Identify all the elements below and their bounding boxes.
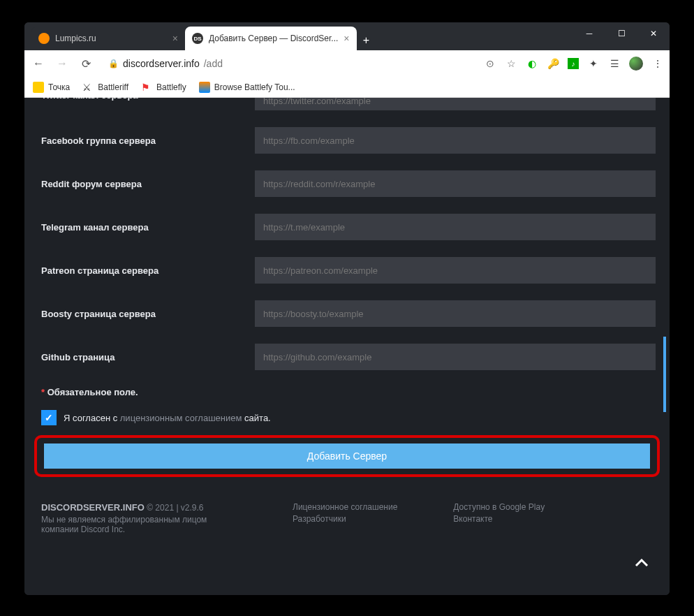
- browser-window: Lumpics.ru × DS Добавить Сервер — Discor…: [24, 22, 670, 595]
- facebook-input[interactable]: [255, 127, 656, 154]
- twitter-input[interactable]: [255, 98, 656, 110]
- form-row-twitter: Twitter канал сервера: [38, 98, 656, 110]
- footer: DISCORDSERVER.INFO © 2021 | v2.9.6 Мы не…: [38, 502, 656, 534]
- github-input[interactable]: [255, 344, 656, 370]
- menu-icon[interactable]: ⋮: [651, 57, 664, 70]
- minimize-button[interactable]: ─: [573, 22, 605, 45]
- bookmark-item[interactable]: Точка: [33, 82, 70, 93]
- close-window-button[interactable]: ✕: [637, 22, 670, 45]
- footer-link[interactable]: Доступно в Google Play: [453, 502, 545, 512]
- bookmark-label: Точка: [48, 82, 70, 92]
- new-tab-button[interactable]: +: [357, 31, 376, 50]
- field-label: Github страница: [38, 352, 255, 362]
- chevron-up-icon: [635, 559, 649, 567]
- favicon-icon: DS: [192, 33, 203, 44]
- form-row-boosty: Boosty страница сервера: [38, 300, 656, 327]
- forward-button[interactable]: →: [54, 55, 71, 72]
- required-note: * Обязательное поле.: [41, 387, 656, 397]
- footer-disclaimer: Мы не являемся аффилированным лицом комп…: [41, 515, 237, 534]
- form-row-github: Github страница: [38, 344, 656, 370]
- telegram-input[interactable]: [255, 214, 656, 240]
- reddit-input[interactable]: [255, 170, 656, 197]
- close-icon[interactable]: ×: [172, 33, 178, 44]
- submit-highlight: Добавить Сервер: [34, 435, 660, 477]
- bookmark-icon: ⚑: [141, 82, 152, 93]
- boosty-input[interactable]: [255, 300, 656, 327]
- url-path: /add: [204, 58, 223, 69]
- bookmark-icon: ⚔: [82, 82, 94, 93]
- key-icon[interactable]: 🔑: [547, 57, 559, 70]
- field-label: Boosty страница сервера: [38, 309, 255, 319]
- footer-col-brand: DISCORDSERVER.INFO © 2021 | v2.9.6 Мы не…: [41, 502, 237, 534]
- footer-link[interactable]: Вконтакте: [453, 514, 545, 524]
- star-icon[interactable]: ☆: [505, 57, 517, 70]
- url-input[interactable]: 🔒 discordserver.info/add: [101, 54, 477, 73]
- asterisk-icon: *: [41, 387, 47, 397]
- footer-link[interactable]: Разработчики: [293, 514, 397, 524]
- bookmark-label: Battlefly: [156, 82, 186, 92]
- bookmark-item[interactable]: ⚔ Battleriff: [82, 82, 128, 93]
- footer-brand: DISCORDSERVER.INFO © 2021 | v2.9.6: [41, 502, 237, 513]
- field-label: Facebook группа сервера: [38, 135, 255, 146]
- scroll-to-top-button[interactable]: [628, 549, 656, 577]
- scrollbar-thumb[interactable]: [663, 337, 666, 412]
- tab-title: Lumpics.ru: [55, 34, 96, 43]
- lock-icon: 🔒: [108, 59, 119, 68]
- field-label: Telegram канал сервера: [38, 222, 255, 233]
- window-controls: ─ ☐ ✕: [573, 22, 670, 45]
- address-actions: ⊙ ☆ ◐ 🔑 ♪ ✦ ☰ ⋮: [484, 57, 664, 71]
- form: Twitter канал сервера Facebook группа се…: [24, 98, 670, 534]
- tab-inactive[interactable]: Lumpics.ru ×: [31, 27, 185, 50]
- tab-active[interactable]: DS Добавить Сервер — DiscordSer... ×: [185, 27, 357, 50]
- agreement-checkbox[interactable]: ✓: [41, 410, 57, 425]
- field-label: Reddit форум сервера: [38, 179, 255, 189]
- license-link[interactable]: лицензионным соглашением: [120, 413, 242, 423]
- patreon-input[interactable]: [255, 257, 656, 284]
- bookmark-label: Browse Battlefy Tou...: [214, 82, 295, 92]
- back-button[interactable]: ←: [30, 55, 47, 72]
- search-icon[interactable]: ⊙: [484, 57, 496, 70]
- footer-col-links: Лицензионное соглашение Разработчики: [293, 502, 397, 534]
- bookmark-icon: [33, 82, 44, 93]
- profile-avatar[interactable]: [629, 57, 643, 71]
- bookmark-item[interactable]: Browse Battlefy Tou...: [199, 82, 295, 93]
- tab-title: Добавить Сервер — DiscordSer...: [209, 34, 338, 43]
- field-label: Patreon страница сервера: [38, 265, 255, 276]
- bookmarks-bar: Точка ⚔ Battleriff ⚑ Battlefly Browse Ba…: [24, 77, 670, 98]
- footer-col-links: Доступно в Google Play Вконтакте: [453, 502, 545, 534]
- address-bar: ← → ⟳ 🔒 discordserver.info/add ⊙ ☆ ◐ 🔑 ♪…: [24, 50, 670, 77]
- agreement-row: ✓ Я согласен с лицензионным соглашением …: [41, 410, 656, 425]
- favicon-icon: [38, 33, 50, 44]
- url-domain: discordserver.info: [123, 58, 200, 69]
- bookmark-icon: [199, 82, 210, 93]
- form-row-telegram: Telegram канал сервера: [38, 214, 656, 240]
- form-row-reddit: Reddit форум сервера: [38, 170, 656, 197]
- add-server-button[interactable]: Добавить Сервер: [44, 443, 650, 469]
- form-row-patreon: Patreon страница сервера: [38, 257, 656, 284]
- shield-icon[interactable]: ◐: [526, 57, 538, 70]
- form-row-facebook: Facebook группа сервера: [38, 127, 656, 154]
- reading-list-icon[interactable]: ☰: [608, 57, 621, 70]
- bookmark-label: Battleriff: [98, 82, 128, 92]
- field-label: Twitter канал сервера: [38, 98, 255, 101]
- page-content: Twitter канал сервера Facebook группа се…: [24, 98, 670, 595]
- maximize-button[interactable]: ☐: [605, 22, 637, 45]
- titlebar: Lumpics.ru × DS Добавить Сервер — Discor…: [24, 22, 670, 50]
- bookmark-item[interactable]: ⚑ Battlefly: [141, 82, 186, 93]
- close-icon[interactable]: ×: [344, 33, 349, 44]
- reload-button[interactable]: ⟳: [77, 55, 94, 72]
- music-icon[interactable]: ♪: [568, 58, 579, 69]
- extensions-icon[interactable]: ✦: [587, 57, 600, 70]
- footer-link[interactable]: Лицензионное соглашение: [293, 502, 397, 512]
- agreement-text: Я согласен с лицензионным соглашением са…: [64, 413, 271, 423]
